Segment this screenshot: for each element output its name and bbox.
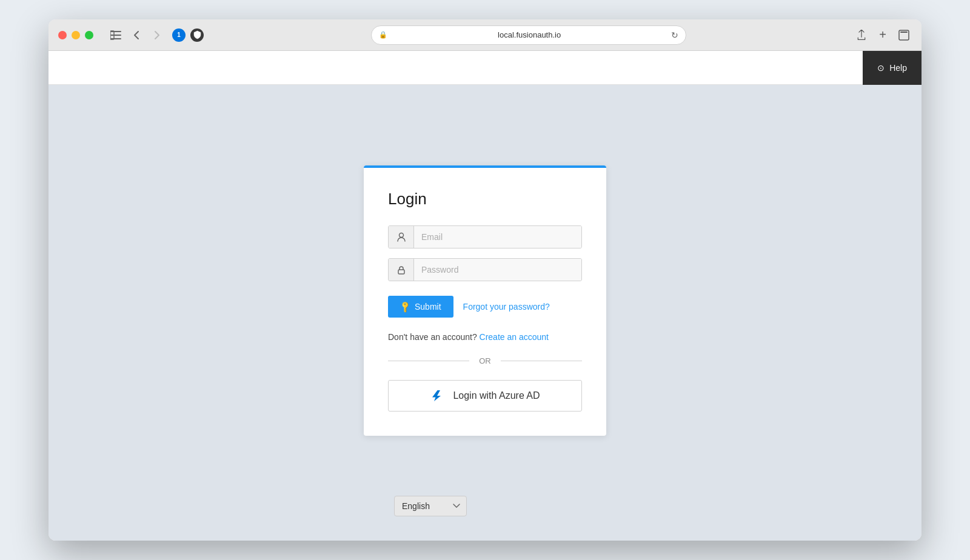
sidebar-icon: [110, 30, 121, 41]
refresh-icon[interactable]: ↻: [671, 30, 678, 40]
register-prompt: Don't have an account? Create an account: [388, 332, 582, 342]
create-account-link[interactable]: Create an account: [480, 332, 549, 342]
address-bar-wrapper: 🔒 local.fusionauth.io ↻: [211, 25, 846, 45]
lock-icon: 🔒: [379, 31, 387, 39]
tab-overview-icon: [898, 30, 909, 41]
azure-logo-icon: [430, 389, 443, 402]
or-text: OR: [479, 356, 491, 365]
forward-button[interactable]: [149, 27, 165, 43]
traffic-lights: [58, 31, 93, 39]
email-input-wrapper: [388, 225, 582, 248]
user-icon: [389, 226, 414, 248]
lock-icon: [389, 259, 414, 281]
minimize-button[interactable]: [72, 31, 80, 39]
submit-label: Submit: [415, 302, 441, 312]
svg-point-6: [399, 233, 403, 238]
help-circle-icon: ⊙: [877, 63, 885, 73]
shield-icon: [193, 30, 201, 39]
submit-button[interactable]: 🔑 Submit: [388, 296, 453, 318]
help-bar: ⊙ Help: [48, 51, 921, 85]
sidebar-toggle-button[interactable]: [108, 27, 124, 43]
browser-nav-controls: [108, 27, 165, 43]
page-content: Login: [48, 85, 921, 541]
1password-extension-icon[interactable]: 1: [172, 28, 186, 42]
azure-ad-login-button[interactable]: Login with Azure AD: [388, 380, 582, 412]
person-icon: [397, 232, 406, 242]
azure-button-label: Login with Azure AD: [453, 390, 540, 401]
svg-rect-1: [110, 35, 121, 36]
password-input[interactable]: [414, 259, 581, 281]
tab-overview-button[interactable]: [896, 27, 912, 43]
key-icon: 🔑: [398, 300, 412, 313]
new-tab-button[interactable]: +: [877, 25, 889, 44]
browser-right-controls: +: [854, 25, 912, 44]
share-icon: [856, 30, 867, 41]
browser-extensions: 1: [172, 28, 204, 42]
login-title: Login: [388, 190, 582, 208]
forgot-password-link[interactable]: Forgot your password?: [463, 302, 550, 312]
address-bar[interactable]: 🔒 local.fusionauth.io ↻: [371, 25, 686, 45]
maximize-button[interactable]: [85, 31, 93, 39]
password-form-group: [388, 258, 582, 281]
password-input-wrapper: [388, 258, 582, 281]
card-body: Login: [364, 168, 606, 436]
back-icon: [131, 30, 142, 41]
divider-line-right: [501, 361, 582, 361]
divider-line-left: [388, 361, 469, 361]
svg-rect-5: [900, 32, 908, 33]
language-selector-wrapper: English French German Spanish: [394, 496, 467, 516]
shield-extension-icon[interactable]: [190, 28, 204, 42]
share-button[interactable]: [854, 27, 869, 43]
email-form-group: [388, 225, 582, 248]
form-actions: 🔑 Submit Forgot your password?: [388, 296, 582, 318]
or-divider: OR: [388, 356, 582, 365]
close-button[interactable]: [58, 31, 67, 39]
help-button[interactable]: ⊙ Help: [863, 51, 921, 85]
forward-icon: [152, 30, 162, 41]
lock-icon-svg: [398, 265, 405, 275]
svg-rect-7: [398, 270, 404, 274]
back-button[interactable]: [129, 27, 144, 43]
login-card: Login: [364, 165, 606, 436]
email-input[interactable]: [414, 226, 581, 248]
language-selector[interactable]: English French German Spanish: [394, 496, 467, 516]
url-display: local.fusionauth.io: [391, 30, 667, 39]
help-label: Help: [889, 63, 907, 73]
